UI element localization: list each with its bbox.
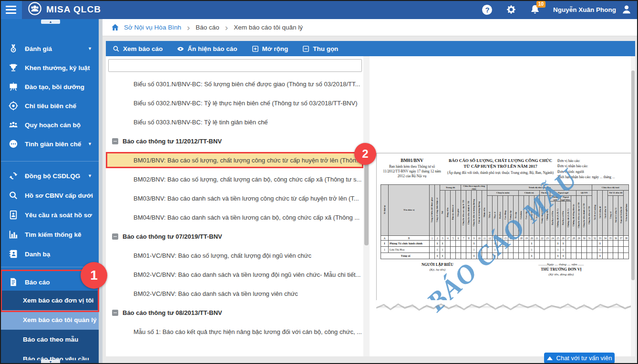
table-header-cell: Tổng số biên chế được giao: [430, 185, 435, 236]
table-cell: 1: [435, 247, 440, 253]
signature-date-line: ..........Ngày .... tháng .... năm .....…: [494, 263, 628, 266]
sidebar-item-bao-cao-theo-mau[interactable]: Báo cáo theo mẫu: [0, 330, 99, 349]
toolbar-button-an-hien-bao-cao[interactable]: Ẩn hiện báo cáo: [177, 45, 237, 52]
trophy-icon: [9, 63, 18, 72]
report-item-bieu-0301[interactable]: Biểu số 0301.N/BNV-BC: Số lượng biên chế…: [106, 74, 363, 93]
sidebar-item-dong-bo-csdlqg[interactable]: Đồng bộ CSDLQG▼: [0, 166, 99, 185]
toolbar-button-xem-bao-cao[interactable]: Xem báo cáo: [113, 45, 163, 52]
sidebar-scroll-up-icon[interactable]: ▲: [41, 20, 60, 24]
sidebar-item-ho-so-cbnv-cap-duoi[interactable]: Hồ sơ CBNV cấp dưới: [0, 186, 99, 205]
table-cell: [456, 253, 461, 259]
medal-icon: [9, 44, 18, 53]
sidebar-item-label: Yêu cầu rà soát hồ sơ: [25, 212, 92, 219]
report-item-bieu-0302[interactable]: Biểu số 0302.N/BNV-BC: Tỷ lệ thực hiện b…: [106, 93, 363, 112]
sidebar-item-label: Khen thưởng, kỷ luật: [25, 64, 90, 71]
table-header-cell: Chia theo độ tuổi: [592, 185, 629, 191]
collapse-minus-icon[interactable]: [112, 310, 118, 316]
chat-support-button[interactable]: Chat với tư vấn viên: [544, 353, 615, 364]
table-cell: Phòng Tổ chức hành chính: [389, 241, 430, 247]
collapse-minus-icon[interactable]: [112, 233, 118, 240]
table-cell: [618, 241, 624, 247]
table-cell: [550, 253, 556, 259]
report-item-bm01-vc-bnv[interactable]: BM01-VC/BNV: Báo cáo số lượng, chất lượn…: [106, 246, 363, 265]
toolbar-button-mo-rong[interactable]: Mở rộng: [252, 45, 288, 52]
table-header-cell: Chia theo ngạch công chức: [461, 185, 487, 191]
sidebar-item-chi-tieu-bien-che[interactable]: Chỉ tiêu biên chế: [0, 96, 99, 115]
report-table: Số thứ tựTên đơn vịTổng số biên chế được…: [381, 184, 629, 259]
signature-right-note: (Ký tên, đóng dấu): [494, 273, 628, 276]
sidebar-item-tim-kiem-thong-ke[interactable]: Tìm kiếm thống kê: [0, 225, 99, 244]
report-item-bm02-bnv[interactable]: BM02/BNV: Báo cáo số lượng, chất lượng c…: [106, 170, 363, 189]
table-cell: [508, 241, 514, 247]
table-cell: [508, 247, 514, 253]
toolbar-button-label: Thu gọn: [313, 45, 338, 52]
report-list-scrollbar-thumb[interactable]: [364, 157, 369, 245]
table-index-cell: 21: [535, 236, 540, 241]
sidebar-item-dao-tao-boi-duong[interactable]: Đào tạo, bồi dưỡng: [0, 77, 99, 96]
table-cell: [582, 247, 587, 253]
table-cell: [592, 241, 597, 247]
table-header-cell: Nữ từ 51 đến 55: [613, 196, 618, 236]
table-cell: [582, 253, 587, 259]
table-header-cell: Đại học trở lên: [561, 202, 566, 236]
torn-paper-edge: [376, 300, 633, 314]
report-item-bm02-vc-bnv-chi-tiet[interactable]: BM02-VC/BNV: Báo cáo danh sách và tiền l…: [106, 265, 363, 284]
user-menu[interactable]: Nguyễn Xuân Phong: [553, 4, 632, 15]
table-cell: [514, 247, 519, 253]
hamburger-menu-icon[interactable]: [0, 0, 22, 19]
table-cell: [603, 241, 608, 247]
sidebar-scrollbar[interactable]: [99, 19, 103, 364]
report-item-bm02-vc-bnv[interactable]: BM02-VC/BNV: Báo cáo danh sách và tiền l…: [106, 284, 363, 303]
sidebar-item-xem-bao-cao-toi-quan-ly[interactable]: Xem báo cáo tôi quản lý: [0, 310, 99, 330]
user-icon: [621, 4, 632, 15]
sidebar-item-yeu-cau-ra-soat-ho-so[interactable]: Yêu cầu rà soát hồ sơ: [0, 205, 99, 224]
sidebar-item-tinh-gian-bien-che[interactable]: Tinh giản biên chế▼: [0, 134, 99, 153]
sidebar-item-xem-bao-cao-don-vi-toi[interactable]: Xem báo cáo đơn vị tôi: [0, 291, 99, 310]
table-header-cell: Thạc sĩ: [493, 196, 498, 236]
table-cell: [608, 253, 613, 259]
preview-scrollbar[interactable]: [631, 56, 635, 356]
toolbar-button-label: Ẩn hiện báo cáo: [187, 45, 237, 52]
signature-left-title: NGƯỜI LẬP BIỂU: [381, 263, 494, 267]
sidebar-item-danh-gia[interactable]: Đánh giá▼: [0, 39, 99, 58]
table-cell: [508, 253, 514, 259]
signature-left-note: (Ký, họ tên): [381, 268, 494, 272]
report-item-bm04-bnv[interactable]: BM04/BNV: Báo cáo danh sách và tiền lươn…: [106, 208, 363, 227]
table-cell: [566, 241, 571, 247]
table-header-cell: Từ 31 đến 40: [597, 191, 603, 236]
report-item-bm01-bnv[interactable]: BM01/BNV: Báo cáo số lượng, chất lượng c…: [106, 152, 363, 168]
report-search-input[interactable]: [108, 59, 362, 72]
report-list-scrollbar[interactable]: [363, 56, 370, 356]
sidebar-item-quy-hoach-can-bo[interactable]: Quy hoạch cán bộ: [0, 115, 99, 134]
report-group-group-tt-08-2013[interactable]: Báo cáo thông tư 08/2013/TT-BNV: [106, 303, 363, 322]
report-item-bm03-bnv[interactable]: BM03/BNV: Báo cáo danh sách và tiền lươn…: [106, 189, 363, 208]
table-index-cell: 18: [519, 236, 524, 241]
breadcrumb-home-link[interactable]: Sở Nội vụ Hòa Bình: [124, 24, 181, 31]
report-group-group-tt-11-2012[interactable]: Báo cáo thông tư 11/2012/TT-BNV: [106, 131, 363, 151]
table-cell: [540, 247, 545, 253]
table-cell: [451, 253, 456, 259]
help-icon[interactable]: ?: [482, 4, 493, 15]
report-item-mau-so-1[interactable]: Mẫu số 1: Báo cáo kết quả thực hiện nâng…: [106, 322, 363, 341]
table-index-cell: 7: [461, 236, 466, 241]
gear-icon[interactable]: [505, 4, 517, 15]
breadcrumb-item-bao-cao[interactable]: Báo cáo: [196, 24, 219, 31]
sidebar-item-bao-cao[interactable]: Báo cáo▲: [0, 273, 99, 292]
report-item-bieu-0303[interactable]: Biểu số 0303.N/BNV-BC: Tỷ lệ tinh giản b…: [106, 112, 363, 131]
table-cell: [576, 253, 582, 259]
table-index-cell: 8: [466, 236, 472, 241]
report-group-group-tt-07-2019[interactable]: Báo cáo thông tư 07/2019/TT-BNV: [106, 227, 363, 246]
bell-icon[interactable]: 10: [529, 4, 541, 15]
sidebar-item-khen-thuong-ky-luat[interactable]: Khen thưởng, kỷ luật: [0, 58, 99, 77]
sidebar-scroll-down-icon[interactable]: ▼: [41, 360, 60, 364]
toolbar-button-thu-gon[interactable]: Thu gọn: [302, 45, 338, 52]
sidebar-item-danh-ba[interactable]: Danh bạ: [0, 244, 99, 263]
table-header-cell: Ngoại ngữ khác: [561, 196, 571, 202]
table-header-cell: Trung cấp trở lên: [540, 196, 545, 236]
home-icon[interactable]: [111, 23, 119, 31]
table-index-cell: 2: [435, 236, 440, 241]
table-cell: [519, 247, 524, 253]
collapse-minus-icon[interactable]: [112, 138, 118, 144]
table-cell: [608, 241, 613, 247]
preview-scrollbar-thumb[interactable]: [631, 71, 635, 280]
